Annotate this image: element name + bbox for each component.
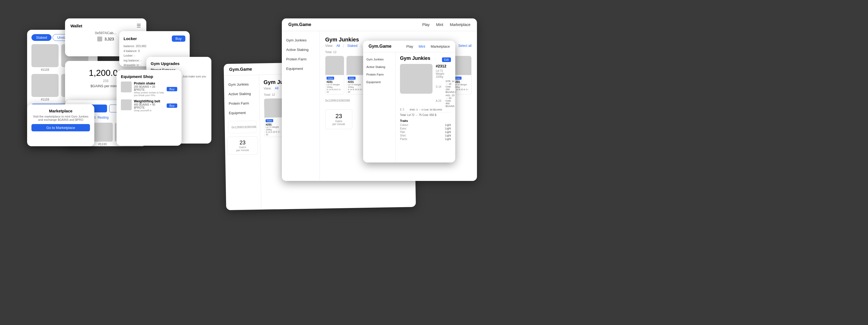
sidebar-item-gym-junkies[interactable]: Gym Junkies (282, 35, 319, 45)
nft-card-image (326, 56, 344, 75)
nft-badge: Stake (266, 119, 273, 122)
nft-card-stats: S 14 A 23 E 3 I 32 (454, 88, 470, 93)
sidebar-gym-junkies[interactable]: Gym Junkies (363, 56, 395, 63)
sidebar-item-protein-farm[interactable]: Protein Farm (224, 98, 259, 108)
detail-nft-area: #2312 Lvl 72 Weight 100kg S 14 STR: 14 →… (400, 64, 451, 117)
balance-number: 3,323 (104, 37, 114, 41)
detail-traits: Traits Colour: Light Eyes: Light Hair: L… (400, 119, 451, 140)
equip-info: Weightlifting belt 400 $GAINS + 40 $PROT… (134, 99, 164, 112)
detail-sidebar: Gym Junkies Active Staking Protein Farm … (363, 52, 396, 162)
sidebar-protein-farm[interactable]: Protein Farm (363, 71, 395, 78)
nav-mint[interactable]: Mint (436, 23, 443, 27)
go-to-marketplace-button[interactable]: Go to Marketplace (31, 124, 90, 131)
nft-card-info: #231 Lvl 72 Weight 100kg S 14 A 23 E 3 I… (326, 80, 344, 94)
nav-play[interactable]: Play (406, 44, 413, 48)
sidebar-item-gym-junkies[interactable]: Gym Junkies (224, 79, 259, 89)
equip-icon (121, 82, 132, 92)
wallet-address-widget: 0x1289019280398 (228, 121, 257, 133)
nft-card-info: #231 Lvl 72 Weight 100kg S 14 A 23 E 3 I… (265, 122, 284, 137)
sidebar-item-active-staking[interactable]: Active Staking (282, 45, 319, 55)
traits-title: Traits (400, 119, 451, 122)
app-logo: Gym.Game (369, 44, 391, 49)
nft-card-stats: S 14 A 23 E 3 I 32 (327, 88, 343, 93)
nft-card-info: #231 Lvl 72 Weight 100kg S 14 A 23 E 3 I… (347, 80, 365, 94)
nav-marketplace[interactable]: Marketplace (431, 44, 450, 48)
nft-card-id: #231 (348, 80, 364, 84)
equip-icon (121, 99, 132, 110)
equip-info: Protein shake 200 $GAINS + 20 $PROTE Whe… (134, 82, 164, 97)
locker-line-2: d balance: 0 (124, 49, 185, 54)
nav-marketplace[interactable]: Marketplace (450, 23, 470, 27)
sidebar-item-equipment[interactable]: Equipment (282, 64, 319, 73)
select-all[interactable]: Select all (458, 44, 471, 48)
nft-card: Stake #231 Lvl 72 Weight 100kg S 14 A 23… (264, 98, 284, 137)
nft-card-level: Lvl 72 Weight 100kg (454, 84, 470, 88)
gains-info: 23 Gainsper minute (325, 109, 352, 129)
nft-label: #1133 (41, 98, 49, 101)
nft-col-1: #1133 (31, 44, 59, 71)
tab-staked[interactable]: Staked (31, 34, 52, 41)
locker-title: Locker (124, 36, 137, 41)
nft-col: #1133 (92, 123, 113, 146)
filter-label: View: (264, 87, 272, 91)
marketplace-desc: Visit the marketplace to mint Gym Junkie… (31, 115, 90, 121)
nft-card-level: Lvl 72 Weight 100kg (348, 84, 364, 88)
nft-col-3: #1133 (31, 74, 59, 101)
app-sidebar: Gym Junkies Active Staking Protein Farm … (224, 75, 261, 209)
locker-header: Locker Buy (124, 35, 185, 42)
trait-pants: Pants: Light (400, 138, 451, 140)
app-navbar: Gym.Game Play Mint Marketplace (282, 19, 477, 31)
nft-label: #1133 (41, 68, 49, 71)
nft-card-image (347, 56, 365, 75)
nft-card-image (453, 56, 471, 75)
nft-card-id: #231 (327, 80, 343, 84)
equip-price: 200 $GAINS + 20 $PROTE (134, 85, 164, 91)
detail-navbar: Gym.Game Play Mint Marketplace (363, 41, 455, 52)
sidebar-item-protein-farm[interactable]: Protein Farm (282, 55, 319, 64)
upgrades-title: Gym Upgrades (151, 61, 207, 66)
filter-label: View: (325, 44, 333, 48)
nav-play[interactable]: Play (422, 23, 430, 27)
filter-all[interactable]: All (336, 44, 340, 48)
nft-badge: Stake (327, 77, 334, 79)
sidebar-active-staking[interactable]: Active Staking (363, 63, 395, 71)
equip-name: Protein shake (134, 82, 164, 85)
equip-desc: Strap yourself in (134, 109, 164, 112)
nft-card-stats: S 14 A 23 E 3 I 32 (266, 131, 283, 136)
app-sidebar: Gym Junkies Active Staking Protein Farm … (282, 31, 320, 180)
menu-icon[interactable]: ☰ (136, 23, 141, 29)
gains-num: 23 (329, 113, 349, 120)
gains-label: Gainsper minute (230, 145, 255, 152)
equip-buy-button[interactable]: Buy (167, 87, 177, 91)
detail-action-button[interactable]: Edit (442, 57, 451, 62)
filter-staked[interactable]: Staked (347, 44, 358, 48)
stat-str: S 14 STR: 14 → 15 Cost: 150 $GAINS (436, 80, 451, 93)
nft-card: Stake #231 Lvl 72 Weight 100kg S 14 A 23… (325, 56, 344, 95)
nav-mint[interactable]: Mint (419, 44, 426, 48)
stat-end: E 3 END: 3 → 4 Cost: 50 $GAINS (400, 108, 451, 111)
wallet-header: Wallet ☰ (70, 23, 141, 29)
wallet-address: 0x1289019280398 (325, 99, 350, 102)
nft-card-info: #231 Lvl 72 Weight 100kg S 14 A 23 E 3 I… (453, 80, 471, 94)
stat-agi: A 23 AGL: 23 → 24 Cost: 450 $GAINS (436, 94, 451, 107)
nft-card: Stake #231 Lvl 72 Weight 100kg S 14 A 23… (346, 56, 365, 95)
nft-thumbnail (31, 44, 59, 67)
filter-all[interactable]: All (275, 87, 279, 90)
balance-icon (97, 37, 102, 41)
trait-hair: Hair: Light (400, 131, 451, 133)
detail-body: Gym Junkies Active Staking Protein Farm … (363, 52, 455, 162)
equip-buy-button[interactable]: Buy (167, 103, 177, 108)
sidebar-item-active-staking[interactable]: Active Staking (224, 89, 259, 99)
locker-buy-button[interactable]: Buy (172, 35, 185, 42)
equip-item-2: Weightlifting belt 400 $GAINS + 40 $PROT… (121, 99, 177, 112)
equip-item-1: Protein shake 200 $GAINS + 20 $PROTE Whe… (121, 82, 177, 97)
marketplace-card: Marketplace Visit the marketplace to min… (27, 104, 94, 146)
nft-card-level: Lvl 72 Weight 100kg (266, 126, 282, 131)
app-nav-links: Play Mint Marketplace (422, 23, 470, 27)
sidebar-item-equipment[interactable]: Equipment (224, 108, 259, 118)
locker-line-1: balance: 203,982 (124, 44, 185, 49)
trait-eyes: Eyes: Light (400, 127, 451, 130)
detail-nav-links: Play Mint Marketplace (406, 44, 450, 48)
tab-resting[interactable]: Resting (98, 116, 109, 121)
sidebar-equipment[interactable]: Equipment (363, 78, 395, 86)
